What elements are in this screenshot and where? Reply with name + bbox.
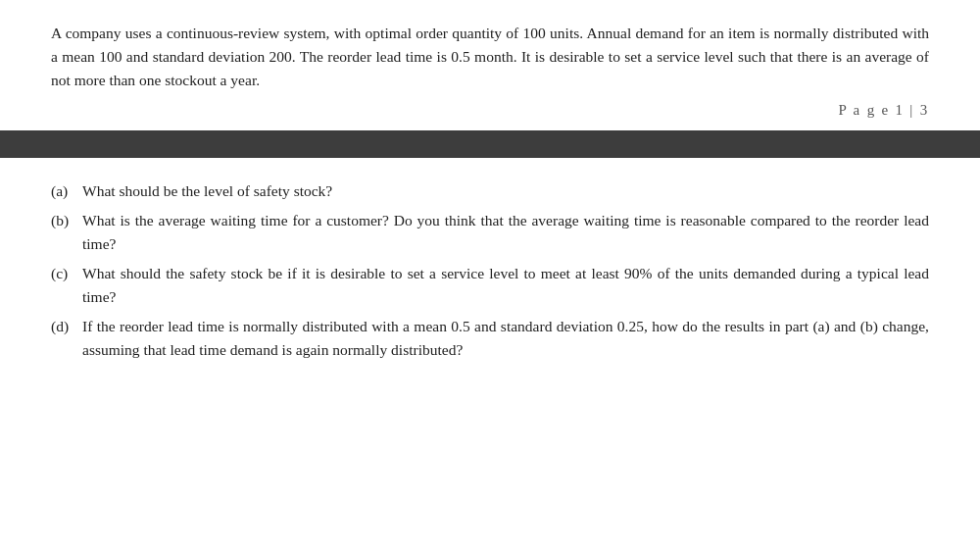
question-item-a: (a)What should be the level of safety st… <box>51 179 929 203</box>
top-section: A company uses a continuous-review syste… <box>0 0 980 92</box>
question-label-d: (d) <box>51 315 82 338</box>
question-label-b: (b) <box>51 209 82 232</box>
page-number-row: P a g e 1 | 3 <box>0 92 980 127</box>
questions-list: (a)What should be the level of safety st… <box>51 179 929 362</box>
page-number: P a g e 1 | 3 <box>838 102 929 119</box>
page-container: A company uses a continuous-review syste… <box>0 0 980 557</box>
question-text-b: What is the average waiting time for a c… <box>82 209 929 256</box>
question-item-c: (c)What should the safety stock be if it… <box>51 262 929 309</box>
question-text-a: What should be the level of safety stock… <box>82 179 929 203</box>
question-label-a: (a) <box>51 179 82 203</box>
question-item-d: (d)If the reorder lead time is normally … <box>51 315 929 362</box>
question-text-d: If the reorder lead time is normally dis… <box>82 315 929 362</box>
question-label-c: (c) <box>51 262 82 285</box>
bottom-section: (a)What should be the level of safety st… <box>0 158 980 362</box>
dark-divider-bar <box>0 130 980 158</box>
question-text-c: What should the safety stock be if it is… <box>82 262 929 309</box>
question-item-b: (b)What is the average waiting time for … <box>51 209 929 256</box>
intro-paragraph: A company uses a continuous-review syste… <box>51 22 929 92</box>
